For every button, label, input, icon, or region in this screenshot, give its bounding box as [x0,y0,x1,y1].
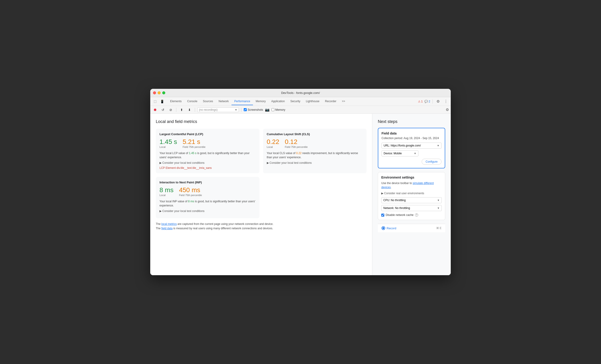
cls-field-value: 0.12 [285,139,308,145]
footer-line2: The field data is measured by real users… [156,226,367,231]
cls-field-group: 0.12 Field 75th percentile [285,139,308,148]
cls-desc-prefix: Your local CLS value of [267,152,296,155]
url-selector[interactable]: URL: https://fonts.google.com/ ▼ [381,143,441,148]
field-data-period: Collection period: Aug 19, 2024 - Sep 15… [381,137,441,140]
record-label: Record [387,226,396,230]
lcp-element: LCP Element div.tile__text.tile__inria_s… [160,166,256,169]
record-circle-icon [381,226,385,230]
field-data-link[interactable]: field data [161,227,173,230]
devtools-window: DevTools - fonts.google.com/ ⬚ 📱 Element… [150,89,451,275]
memory-label: Memory [275,108,285,111]
help-icon[interactable]: ? [415,213,418,216]
settings-icon[interactable]: ⚙ [435,98,441,105]
device-selector[interactable]: Device: Mobile ▼ [381,150,419,156]
cpu-selector[interactable]: CPU: No throttling ▼ [381,197,442,203]
screenshots-checkbox[interactable] [244,108,247,111]
env-settings-title: Environment settings [381,176,442,179]
close-button[interactable] [153,91,156,94]
network-selector[interactable]: Network: No throttling ▼ [381,205,442,211]
tab-lighthouse[interactable]: Lighthouse [303,98,322,105]
info-badge[interactable]: 💬 2 [424,100,430,103]
disable-cache-label: Disable network cache [386,213,414,216]
lcp-local-group: 1.45 s Local [160,139,177,148]
reload-record-button[interactable]: ↺ [160,107,166,113]
cls-title: Cumulative Layout Shift (CLS) [267,132,363,136]
warning-badge[interactable]: ⚠ 1 [418,100,423,103]
maximize-button[interactable] [162,91,165,94]
inp-field-group: 450 ms Field 75th percentile [179,187,202,197]
footer-line2-suffix: is measured by real users using many dif… [173,227,273,230]
left-panel: Local and field metrics Largest Contentf… [150,114,372,275]
inp-desc-prefix: Your local INP value of [160,200,188,203]
memory-checkbox[interactable] [271,108,274,111]
dropdown-chevron-icon: ▼ [235,108,237,111]
record-button[interactable]: ⏺ [152,107,158,113]
tab-recorder[interactable]: Recorder [322,98,339,105]
secondary-settings-icon[interactable]: ⚙ [446,108,449,112]
tab-elements[interactable]: Elements [167,98,184,105]
env-settings-description: Use the device toolbar to simulate diffe… [381,181,442,189]
screenshots-checkbox-label[interactable]: Screenshots [244,108,263,111]
tab-more[interactable]: >> [339,98,348,105]
lcp-description: Your local LCP value of 1.45 s is good, … [160,151,256,159]
cls-consider-link[interactable]: ▶ Consider your local test conditions [267,161,363,165]
device-dropdown-chevron-icon: ▼ [414,152,416,155]
configure-button[interactable]: Configure [422,159,441,165]
inp-values: 8 ms Local 450 ms Field 75th percentile [160,187,256,197]
url-dropdown-chevron-icon: ▼ [437,144,440,147]
lcp-desc-prefix: Your local LCP value of [160,152,189,155]
cls-values: 0.22 Local 0.12 Field 75th percentile [267,139,363,148]
field-data-card: Field data Collection period: Aug 19, 20… [378,128,445,168]
lcp-consider-link[interactable]: ▶ Consider your local test conditions [160,161,256,165]
footer-text: The local metrics are captured from the … [156,222,367,231]
footer-line1: The local metrics are captured from the … [156,222,367,226]
lcp-card: Largest Contentful Paint (LCP) 1.45 s Lo… [156,129,260,173]
footer-line1-prefix: The [156,222,161,226]
separator [432,99,433,104]
titlebar: DevTools - fonts.google.com/ [150,89,451,97]
record-action-button[interactable]: Record [381,226,396,230]
device-toolbar-icon[interactable]: 📱 [159,98,165,105]
memory-checkbox-label[interactable]: Memory [271,108,285,111]
tab-network[interactable]: Network [216,98,231,105]
cls-card: Cumulative Layout Shift (CLS) 0.22 Local… [263,129,367,173]
lcp-values: 1.45 s Local 5.21 s Field 75th percentil… [160,139,256,148]
minimize-button[interactable] [158,91,161,94]
download-button[interactable]: ⬇ [187,107,192,113]
tab-sources[interactable]: Sources [200,98,216,105]
window-title: DevTools - fonts.google.com/ [281,91,320,95]
tab-application[interactable]: Application [268,98,288,105]
recording-dropdown[interactable]: (no recordings) ▼ [197,108,239,112]
upload-button[interactable]: ⬆ [179,107,185,113]
tab-memory[interactable]: Memory [253,98,268,105]
more-options-icon[interactable]: ⋮ [443,98,449,105]
record-bar: Record ⌘ E [378,224,445,232]
inp-desc-local: 8 ms [188,200,194,203]
info-count: 2 [429,100,430,103]
inspect-element-icon[interactable]: ⬚ [152,98,158,105]
footer-line1-suffix: are captured from the current page using… [177,222,273,226]
env-desc-suffix: . [391,186,391,189]
inp-field-value: 450 ms [179,187,202,193]
tab-performance[interactable]: Performance [231,98,253,105]
consider-real-user-toggle[interactable]: ▶ Consider real user environments [381,192,442,195]
cls-local-group: 0.22 Local [267,139,280,148]
lcp-field-label: Field 75th percentile [182,146,205,148]
network-dropdown-chevron-icon: ▼ [437,207,440,209]
environment-settings-card: Environment settings Use the device tool… [378,172,445,220]
lcp-field-value: 5.21 s [182,139,205,145]
tab-security[interactable]: Security [288,98,303,105]
inp-consider-link[interactable]: ▶ Consider your local test conditions [160,209,256,213]
separator4 [241,108,241,112]
cpu-dropdown-chevron-icon: ▼ [437,199,440,202]
section-title: Local and field metrics [156,119,367,124]
tab-console[interactable]: Console [184,98,200,105]
right-panel: Next steps Field data Collection period:… [372,114,451,275]
clear-button[interactable]: ⊘ [168,107,174,113]
warning-count: 1 [421,100,423,103]
tab-toolbar: ⬚ 📱 Elements Console Sources Network Per… [150,97,451,106]
disable-cache-checkbox[interactable] [381,214,384,216]
url-selector-label: URL: https://fonts.google.com/ [384,144,421,147]
local-metrics-link[interactable]: local metrics [161,222,177,226]
tab-nav: Elements Console Sources Network Perform… [167,98,418,105]
